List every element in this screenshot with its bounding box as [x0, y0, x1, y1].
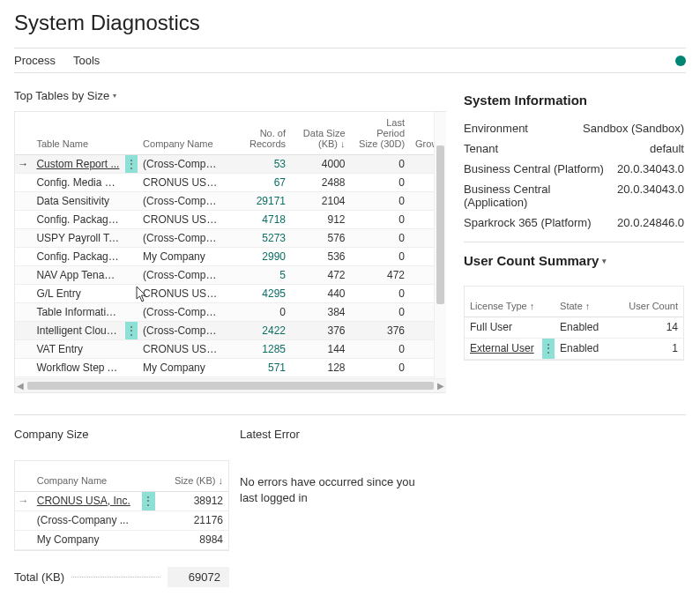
table-row[interactable]: Table Informatio...(Cross-Company...0384…: [15, 303, 446, 322]
col-no-records[interactable]: No. of Records: [226, 112, 291, 155]
user-count-title: User Count Summary: [464, 253, 599, 268]
table-row[interactable]: Data Sensitivity(Cross-Company...2917121…: [15, 192, 446, 211]
table-row[interactable]: Config. Package ...CRONUS USA, Inc.47189…: [15, 211, 446, 229]
info-row: Business Central (Application)20.0.34043…: [464, 179, 684, 212]
row-context-menu[interactable]: [125, 303, 138, 322]
col-state[interactable]: State ↑: [555, 287, 619, 317]
company-size-grid: Company Name Size (KB) ↓ →CRONUS USA, In…: [14, 460, 229, 551]
menu-process[interactable]: Process: [14, 54, 56, 67]
col-table-name[interactable]: Table Name: [31, 112, 124, 155]
top-tables-grid: Table Name Company Name No. of Records D…: [14, 111, 446, 393]
info-icon[interactable]: [675, 56, 686, 66]
col-last-period[interactable]: Last Period Size (30D): [351, 112, 411, 155]
row-context-menu[interactable]: ⋮: [142, 491, 155, 510]
top-tables-table: Table Name Company Name No. of Records D…: [15, 112, 446, 378]
chevron-down-icon: ▾: [602, 257, 607, 265]
info-row: Business Central (Platform)20.0.34043.0: [464, 159, 684, 179]
row-context-menu[interactable]: ⋮: [125, 322, 138, 340]
col-size[interactable]: Size (KB) ↓: [155, 461, 228, 491]
table-row[interactable]: Full UserEnabled14: [465, 317, 683, 338]
row-context-menu[interactable]: [125, 266, 138, 285]
col-company-name[interactable]: Company Name: [138, 112, 226, 155]
table-row[interactable]: NAV App Tenant...(Cross-Company...547247…: [15, 266, 446, 285]
row-context-menu[interactable]: [125, 340, 138, 359]
latest-error-title: Latest Error: [240, 428, 300, 441]
col-license-type[interactable]: License Type ↑: [465, 287, 542, 317]
row-context-menu[interactable]: [125, 211, 138, 229]
vertical-scrollbar[interactable]: [434, 112, 446, 378]
row-context-menu[interactable]: [125, 248, 138, 266]
table-row[interactable]: G/L EntryCRONUS USA, Inc.42954400: [15, 285, 446, 303]
total-value: 69072: [168, 567, 229, 587]
table-row[interactable]: Intelligent Cloud...⋮(Cross-Company...24…: [15, 322, 446, 340]
table-row[interactable]: USPY Payroll Tax...(Cross-Company...5273…: [15, 229, 446, 248]
top-tables-header[interactable]: Top Tables by Size ▾: [14, 89, 116, 102]
col-company[interactable]: Company Name: [32, 461, 142, 491]
info-row: EnvironmentSandbox (Sandbox): [464, 118, 684, 138]
table-row[interactable]: (Cross-Company ...21176: [15, 510, 228, 530]
system-information-title: System Information: [464, 93, 684, 108]
table-row[interactable]: Config. Media B...CRONUS USA, Inc.672488…: [15, 174, 446, 192]
row-context-menu[interactable]: [142, 530, 155, 549]
col-data-size[interactable]: Data Size (KB) ↓: [291, 112, 351, 155]
table-row[interactable]: →CRONUS USA, Inc.⋮38912: [15, 491, 228, 510]
table-row[interactable]: →Custom Report ...⋮(Cross-Company...5340…: [15, 155, 446, 174]
row-context-menu[interactable]: ⋮: [125, 155, 138, 174]
table-row[interactable]: VAT EntryCRONUS USA, Inc.12851440: [15, 340, 446, 359]
latest-error-text: No errors have occurred since you last l…: [240, 474, 434, 506]
total-label: Total (KB): [14, 570, 64, 584]
row-context-menu[interactable]: [125, 192, 138, 211]
row-context-menu[interactable]: [125, 359, 138, 377]
company-size-title: Company Size: [14, 428, 89, 441]
table-row[interactable]: My Company8984: [15, 530, 228, 549]
col-user-count[interactable]: User Count: [619, 287, 683, 317]
info-row: Sparkrock 365 (Platform)20.0.24846.0: [464, 212, 684, 233]
horizontal-scrollbar[interactable]: ◀▶: [15, 378, 446, 392]
row-context-menu[interactable]: [125, 285, 138, 303]
menubar: Process Tools: [14, 48, 686, 73]
user-count-grid: License Type ↑ State ↑ User Count Full U…: [464, 286, 684, 361]
page-title: System Diagnostics: [14, 11, 686, 35]
row-context-menu[interactable]: [142, 510, 155, 530]
row-context-menu[interactable]: [542, 317, 555, 338]
menu-tools[interactable]: Tools: [73, 54, 100, 67]
row-context-menu[interactable]: [125, 174, 138, 192]
table-row[interactable]: Workflow Step A...My Company5711280: [15, 359, 446, 377]
top-tables-header-label: Top Tables by Size: [14, 89, 109, 102]
row-context-menu[interactable]: [125, 229, 138, 248]
table-row[interactable]: External User⋮Enabled1: [465, 338, 683, 359]
table-row[interactable]: Config. Package ...My Company29905360: [15, 248, 446, 266]
chevron-down-icon: ▾: [113, 92, 116, 100]
info-row: Tenantdefault: [464, 138, 684, 159]
row-context-menu[interactable]: ⋮: [542, 338, 555, 359]
